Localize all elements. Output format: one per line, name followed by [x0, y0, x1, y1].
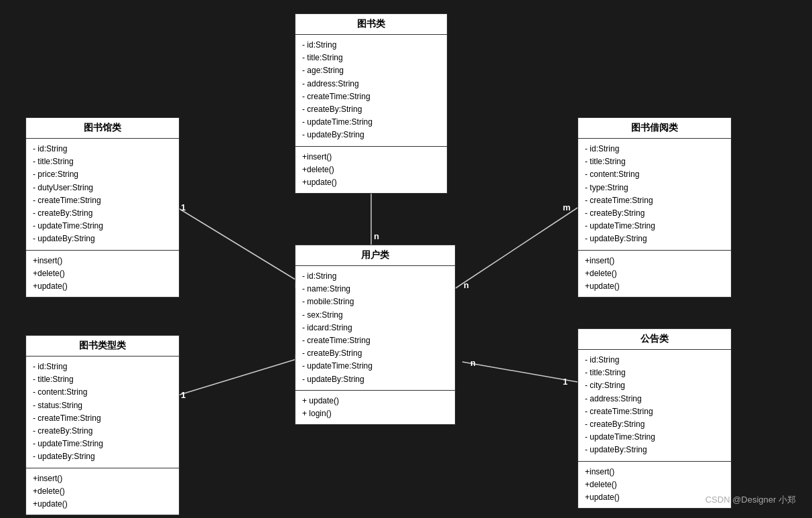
- tushu-header: 图书类: [295, 14, 447, 35]
- yonghu-class: 用户类 - id:String - name:String - mobile:S…: [295, 245, 456, 425]
- gonggao-attrs: - id:String - title:String - city:String…: [578, 350, 731, 462]
- watermark: CSDN @Designer 小郑: [705, 494, 796, 506]
- gonggao-class: 公告类 - id:String - title:String - city:St…: [578, 328, 732, 509]
- svg-line-4: [462, 362, 578, 382]
- jiyue-header: 图书借阅类: [578, 118, 731, 139]
- label-tushu-n: n: [374, 231, 379, 241]
- leixing-methods: +insert() +delete() +update(): [26, 468, 179, 515]
- yonghu-attrs: - id:String - name:String - mobile:Strin…: [295, 266, 455, 391]
- jiyue-attrs: - id:String - title:String - content:Str…: [578, 139, 731, 251]
- svg-line-1: [178, 208, 310, 288]
- label-tushuguan-n: n: [295, 280, 300, 290]
- diagram-container: 图书类 - id:String - title:String - age:Str…: [0, 0, 812, 518]
- leixing-header: 图书类型类: [26, 336, 179, 357]
- label-gonggao-n: n: [470, 358, 476, 368]
- tushu-methods: +insert() +delete() +update(): [295, 147, 447, 194]
- label-leixing-1: 1: [181, 390, 186, 400]
- leixing-attrs: - id:String - title:String - content:Str…: [26, 357, 179, 468]
- gonggao-header: 公告类: [578, 329, 731, 350]
- tushuguan-attrs: - id:String - title:String - price:Strin…: [26, 139, 179, 251]
- label-tushu-1: 1: [374, 166, 379, 176]
- jiyue-class: 图书借阅类 - id:String - title:String - conte…: [578, 117, 732, 298]
- label-jiyue-m: m: [563, 202, 571, 212]
- tushuguan-header: 图书馆类: [26, 118, 179, 139]
- jiyue-methods: +insert() +delete() +update(): [578, 251, 731, 298]
- label-tushuguan-1: 1: [181, 202, 186, 212]
- yonghu-methods: + update() + login(): [295, 391, 455, 424]
- tushuguan-class: 图书馆类 - id:String - title:String - price:…: [25, 117, 180, 298]
- svg-line-3: [178, 355, 310, 395]
- svg-line-2: [456, 208, 578, 288]
- yonghu-header: 用户类: [295, 245, 455, 266]
- tushu-class: 图书类 - id:String - title:String - age:Str…: [295, 13, 448, 194]
- label-jiyue-n: n: [464, 280, 469, 290]
- label-gonggao-1: 1: [563, 377, 567, 387]
- leixing-class: 图书类型类 - id:String - title:String - conte…: [25, 335, 180, 515]
- label-leixing-n: n: [295, 351, 300, 361]
- tushu-attrs: - id:String - title:String - age:String …: [295, 35, 447, 147]
- tushuguan-methods: +insert() +delete() +update(): [26, 251, 179, 298]
